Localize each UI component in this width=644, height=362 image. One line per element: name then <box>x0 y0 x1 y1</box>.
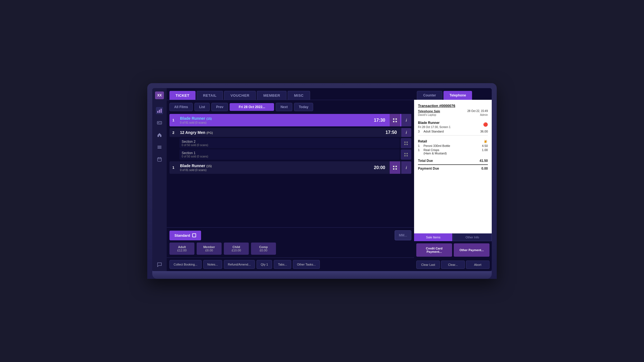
clear-last-btn[interactable]: Clear Last <box>416 261 440 269</box>
sidebar-icon-ticket[interactable] <box>156 119 163 126</box>
svg-rect-18 <box>404 141 405 142</box>
svg-rect-8 <box>158 147 161 147</box>
film-grid-icon[interactable] <box>390 161 400 174</box>
svg-rect-20 <box>404 144 405 145</box>
qty-btn[interactable]: Qty 1 <box>257 260 272 269</box>
receipt-retail-line-1: 1 Peroni 330ml Bottle 4.50 <box>418 144 488 147</box>
svg-rect-29 <box>395 168 397 170</box>
credit-card-payment-btn[interactable]: Credit Card Payment... <box>416 243 452 257</box>
film-grid-icon[interactable] <box>390 114 400 126</box>
receipt-source: David's Laptop <box>418 113 436 116</box>
payment-due-value: 0.00 <box>481 167 488 170</box>
svg-rect-28 <box>393 168 394 170</box>
receipt-ticket-line: 3 Adult Standard 36.00 <box>418 130 488 133</box>
mm-btn[interactable]: MM... <box>395 230 411 240</box>
film-section-header: Blade Runner Fri 28 Oct 17:30, Screen 1 … <box>418 119 488 130</box>
collect-booking-btn[interactable]: Collect Booking... <box>169 260 202 269</box>
film-row[interactable]: 1 Blade Runner (15) 0 of 81 sold (0 scan… <box>169 161 411 174</box>
svg-point-4 <box>158 122 159 123</box>
price-btn-comp[interactable]: Comp £0.00 <box>251 243 276 255</box>
app-logo: XX <box>155 91 164 99</box>
sidebar-icon-chart[interactable] <box>156 107 163 114</box>
film-subtitle: 0 of 81 sold (0 scans) <box>180 121 368 124</box>
film-number: 1 <box>169 114 177 126</box>
sidebar-icon-list[interactable] <box>156 144 163 151</box>
film-title: Blade Runner (15) <box>180 116 368 121</box>
tabs-btn[interactable]: Tabs... <box>274 260 291 269</box>
svg-rect-23 <box>407 153 408 154</box>
sidebar-icon-chat[interactable] <box>156 261 163 268</box>
nav-tab-member[interactable]: MEMBER <box>257 91 286 100</box>
other-payment-btn[interactable]: Other Payment... <box>454 243 490 257</box>
film-info-button[interactable]: i <box>401 128 411 137</box>
sidebar-icon-home[interactable] <box>156 131 163 139</box>
app-container: XX <box>152 88 492 271</box>
retail-amount-1: 4.50 <box>477 144 488 147</box>
standard-btn[interactable]: Standard <box>169 231 201 240</box>
price-btn-child[interactable]: Child £10.00 <box>224 243 249 255</box>
standard-square <box>192 233 196 237</box>
film-info: Blade Runner (15) 0 of 81 sold (0 scans) <box>178 161 369 174</box>
receipt-date: 28 Oct 22, 15:49 <box>467 109 488 113</box>
svg-rect-21 <box>407 144 408 145</box>
nav-tab-misc[interactable]: MISC <box>288 91 310 100</box>
section-info: Section 1 0 of 50 sold (0 scans) <box>179 149 400 160</box>
nav-tab-ticket[interactable]: TICKET <box>169 91 196 100</box>
svg-rect-24 <box>404 155 405 156</box>
abort-btn[interactable]: Abort <box>466 261 490 269</box>
date-nav: All Films List Prev Fri 28 Oct 2022... N… <box>167 100 414 114</box>
film-row[interactable]: 2 12 Angry Men (PG) 17:50 i <box>169 128 411 137</box>
refund-amend-btn[interactable]: Refund/Amend... <box>224 260 255 269</box>
today-btn[interactable]: Today <box>294 103 313 111</box>
nav-tab-voucher[interactable]: VOUCHER <box>224 91 256 100</box>
top-nav: TICKET RETAIL VOUCHER MEMBER MISC <box>167 88 414 100</box>
receipt-payment-btns: Credit Card Payment... Other Payment... <box>414 241 492 259</box>
notes-btn[interactable]: Notes... <box>203 260 222 269</box>
all-films-btn[interactable]: All Films <box>169 103 193 111</box>
receipt-retail-line-2: 1 Real Crisps(Ham & Mustard) 1.00 <box>418 148 488 155</box>
retail-section-header: Retail 🍺 <box>418 138 488 144</box>
nav-tab-retail[interactable]: RETAIL <box>197 91 223 100</box>
footer-tab-other-info[interactable]: Other Info <box>453 233 492 241</box>
film-info: 12 Angry Men (PG) <box>178 128 381 137</box>
section-grid-icon[interactable] <box>401 138 411 148</box>
ticket-amount: 36.00 <box>477 130 488 133</box>
receipt-total: Total Due 41.50 <box>418 157 488 163</box>
action-bar: Collect Booking... Notes... Refund/Amend… <box>167 258 414 271</box>
clear-btn[interactable]: Clear... <box>441 261 465 269</box>
film-time: 17:50 <box>382 128 400 137</box>
other-tasks-btn[interactable]: Other Tasks... <box>293 260 320 269</box>
svg-rect-0 <box>157 111 158 113</box>
section-grid-icon[interactable] <box>401 149 411 160</box>
svg-rect-9 <box>158 148 161 149</box>
receipt-sale-name: Telephone Sale <box>418 109 440 113</box>
prev-btn[interactable]: Prev <box>211 103 228 111</box>
total-due-value: 41.50 <box>480 159 488 163</box>
receipt-tab-telephone[interactable]: Telephone <box>443 91 472 100</box>
receipt-meta: David's Laptop Admin <box>418 113 488 116</box>
current-date-btn[interactable]: Fri 28 Oct 2022... <box>230 103 274 111</box>
next-btn[interactable]: Next <box>276 103 292 111</box>
receipt-panel: Counter Telephone Transaction #0000076 T… <box>414 88 492 271</box>
film-time: 20:00 <box>371 161 389 174</box>
svg-rect-17 <box>395 121 397 122</box>
receipt-film-title: Blade Runner <box>418 121 450 125</box>
film-info-button[interactable]: i <box>401 161 411 174</box>
film-subtitle: 0 of 81 sold (0 scans) <box>180 169 368 172</box>
retail-qty-2: 1 <box>418 148 422 152</box>
ticket-qty: 3 <box>418 130 422 133</box>
film-row[interactable]: 1 Blade Runner (15) 0 of 81 sold (0 scan… <box>169 114 411 126</box>
receipt-sale-type: Telephone Sale 28 Oct 22, 15:49 <box>418 109 488 113</box>
receipt-tab-counter[interactable]: Counter <box>417 91 442 100</box>
retail-qty-1: 1 <box>418 144 422 147</box>
footer-tab-sale-items[interactable]: Sale Items <box>414 233 452 241</box>
svg-rect-14 <box>393 118 394 120</box>
svg-rect-10 <box>158 158 161 161</box>
receipt-payment-due: Payment Due 0.00 <box>418 164 488 170</box>
price-btn-member[interactable]: Member £8.00 <box>197 243 222 255</box>
film-info-button[interactable]: i <box>401 114 411 126</box>
sidebar-icon-calendar[interactable] <box>156 156 163 163</box>
laptop-outer: XX <box>147 83 497 279</box>
list-btn[interactable]: List <box>194 103 210 111</box>
price-btn-adult[interactable]: Adult £12.00 <box>169 243 194 255</box>
